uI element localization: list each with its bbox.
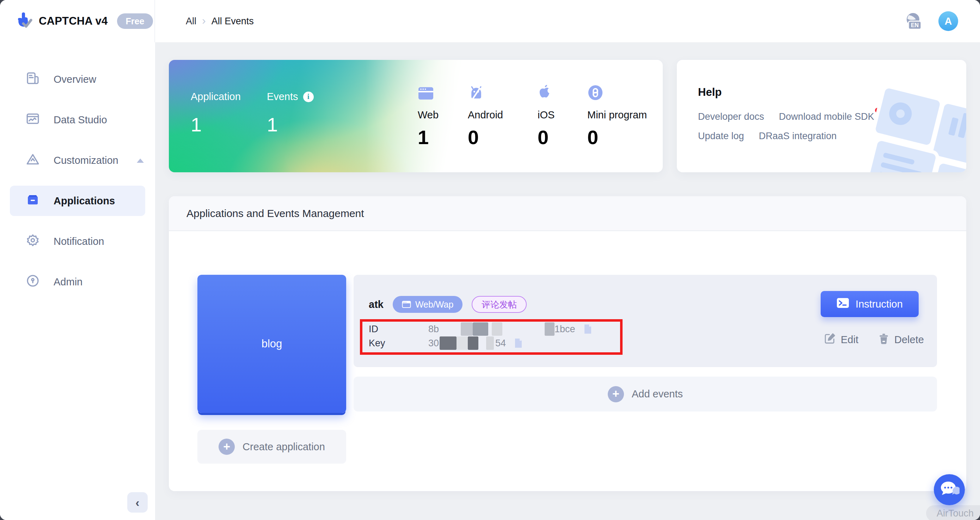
sidebar-item-label: Admin: [54, 276, 83, 288]
management-body: blog atk Web/Wap 评论发帖: [169, 231, 966, 490]
management-card: Applications and Events Management blog …: [169, 196, 966, 491]
sidebar-nav: Overview Data Studio Customization: [0, 42, 155, 297]
link-download-mobile-sdk[interactable]: Download mobile SDK: [779, 111, 874, 122]
breadcrumb-separator-icon: ›: [202, 15, 206, 27]
redaction-block: [457, 336, 468, 350]
redaction-block: [461, 322, 473, 336]
sidebar-item-admin[interactable]: Admin: [10, 267, 145, 297]
plus-icon: +: [219, 439, 235, 455]
sidebar: Overview Data Studio Customization: [0, 42, 155, 520]
event-actions: Edit Delete: [824, 333, 924, 347]
overview-icon: [25, 71, 40, 88]
sidebar-item-label: Applications: [54, 195, 115, 207]
collapse-caret-icon[interactable]: [137, 159, 144, 163]
plan-badge: Free: [117, 13, 153, 29]
browser-icon: [418, 83, 439, 101]
platform-android: Android 0: [468, 83, 503, 149]
airtouch-watermark: AirTouch: [926, 505, 980, 520]
platform-count: 0: [538, 126, 555, 149]
trash-icon: [878, 333, 889, 347]
platform-count: 1: [418, 126, 439, 149]
breadcrumb-root[interactable]: All: [186, 16, 196, 27]
sidebar-item-notification[interactable]: Notification: [10, 226, 145, 257]
redaction-block: [486, 336, 494, 350]
captcha-logo-icon: [14, 11, 33, 31]
overview-stats-card: Application 1 Events i 1: [169, 60, 663, 172]
chat-bubble-icon: [939, 480, 959, 499]
plus-icon: +: [608, 386, 624, 402]
help-links: Developer docs Download mobile SDK Updat…: [698, 111, 902, 142]
top-bar: CAPTCHA v4 Free All › All Events EN A: [0, 0, 980, 42]
customization-icon: [25, 152, 40, 169]
redaction-block: [468, 336, 478, 350]
instruction-button[interactable]: Instruction: [821, 291, 919, 317]
sidebar-item-overview[interactable]: Overview: [10, 64, 145, 94]
redaction-block: [545, 322, 555, 336]
sidebar-item-data-studio[interactable]: Data Studio: [10, 105, 145, 135]
copy-icon[interactable]: [583, 324, 592, 335]
copy-icon[interactable]: [514, 338, 523, 349]
topbar-actions: EN A: [904, 11, 980, 31]
sidebar-item-label: Overview: [54, 74, 96, 85]
platform-count: 0: [587, 126, 647, 149]
event-name: atk: [369, 299, 383, 311]
link-draas-integration[interactable]: DRaaS integration: [759, 131, 837, 142]
gear-icon: [25, 233, 40, 250]
sidebar-item-customization[interactable]: Customization: [10, 145, 145, 176]
category-badge: 评论发帖: [472, 296, 527, 313]
redaction-block: [439, 336, 457, 350]
sidebar-item-label: Data Studio: [54, 114, 107, 126]
platform-count: 0: [468, 126, 503, 149]
app-window: CAPTCHA v4 Free All › All Events EN A: [0, 0, 980, 520]
credentials-group: ID 8b 1bce: [369, 322, 592, 350]
link-developer-docs[interactable]: Developer docs: [698, 111, 764, 122]
add-events-label: Add events: [632, 388, 683, 400]
id-value: 8b 1bce: [428, 322, 592, 336]
redaction-block: [492, 322, 502, 336]
platform-name: iOS: [538, 109, 555, 121]
redaction-block: [473, 322, 488, 336]
sidebar-item-applications[interactable]: Applications: [10, 185, 145, 216]
lock-icon: [25, 273, 40, 291]
platform-badge: Web/Wap: [393, 296, 463, 313]
platform-ios: iOS 0: [538, 83, 555, 149]
data-studio-icon: [25, 111, 40, 128]
breadcrumb: All › All Events: [186, 15, 254, 27]
delete-button[interactable]: Delete: [878, 333, 924, 347]
breadcrumb-current: All Events: [212, 16, 254, 27]
sidebar-collapse-button[interactable]: ‹: [127, 492, 148, 513]
help-card: Help Developer docs Download mobile SDK …: [677, 60, 966, 172]
notification-dot: [875, 108, 880, 113]
management-header: Applications and Events Management: [169, 196, 966, 231]
application-name: blog: [262, 338, 282, 350]
event-header: atk Web/Wap 评论发帖: [369, 296, 527, 313]
android-icon: [468, 83, 503, 101]
edit-button[interactable]: Edit: [824, 333, 858, 347]
applications-icon: [25, 192, 40, 209]
logo-area: CAPTCHA v4 Free: [0, 0, 155, 42]
platform-mini-program: Mini program 0: [587, 83, 647, 149]
application-tile-blog[interactable]: blog: [197, 275, 346, 413]
instruction-label: Instruction: [856, 298, 903, 310]
create-application-button[interactable]: + Create application: [197, 430, 346, 464]
platform-web: Web 1: [418, 83, 439, 149]
help-title: Help: [698, 86, 722, 99]
add-events-button[interactable]: + Add events: [353, 377, 937, 412]
key-value: 30 54: [428, 336, 523, 350]
edit-label: Edit: [841, 334, 858, 346]
key-row: Key 30 54: [369, 336, 592, 350]
language-switch-button[interactable]: EN: [904, 12, 923, 31]
create-application-label: Create application: [243, 441, 325, 453]
summary-row: Application 1 Events i 1: [169, 60, 966, 172]
mini-program-icon: [587, 83, 647, 101]
sidebar-item-label: Notification: [54, 236, 104, 247]
support-chat-button[interactable]: [934, 474, 965, 505]
platform-stats: Web 1 Android 0: [169, 83, 663, 172]
sidebar-item-label: Customization: [54, 155, 118, 166]
avatar[interactable]: A: [939, 11, 958, 31]
delete-label: Delete: [894, 334, 924, 346]
edit-icon: [824, 333, 836, 347]
platform-name: Mini program: [587, 109, 647, 121]
event-panel: atk Web/Wap 评论发帖 ID: [353, 275, 937, 367]
link-update-log[interactable]: Update log: [698, 131, 744, 142]
